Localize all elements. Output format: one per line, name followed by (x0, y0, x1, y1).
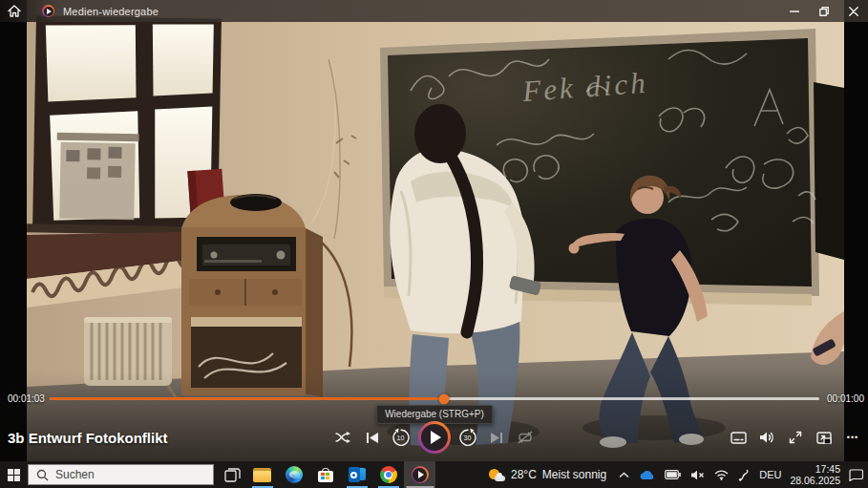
elapsed-time: 00:01:03 (8, 393, 45, 404)
volume-muted-button[interactable] (689, 461, 706, 488)
seekbar[interactable] (50, 397, 819, 400)
shuffle-button[interactable] (332, 424, 355, 451)
notification-icon (849, 469, 863, 481)
seekbar-fill (50, 397, 444, 400)
transport-controls: 10 30 (332, 420, 537, 455)
onedrive-button[interactable] (638, 461, 656, 488)
volume-button[interactable] (755, 424, 778, 451)
taskbar-app-outlook[interactable] (341, 461, 372, 488)
weather-condition: Meist sonnig (542, 468, 606, 481)
play-icon (431, 431, 441, 444)
control-bar: 3b Entwurf Fotokonflikt 10 30 (0, 420, 868, 455)
taskbar-app-file-explorer[interactable] (246, 461, 278, 488)
skip-back-label: 10 (390, 435, 413, 441)
search-icon (36, 469, 49, 481)
minimize-button[interactable] (779, 0, 809, 22)
remaining-time: 00:01:00 (827, 393, 864, 404)
secondary-controls: ••• (727, 420, 864, 455)
mini-player-button[interactable] (813, 424, 836, 451)
previous-button[interactable] (361, 424, 384, 451)
clock-time: 17:45 (790, 463, 840, 475)
wifi-icon (714, 470, 729, 480)
taskbar-app-chrome[interactable] (372, 461, 404, 488)
next-button[interactable] (485, 424, 508, 451)
windows-logo-icon (8, 469, 20, 481)
titlebar: Medien-wiedergabe (0, 0, 868, 22)
language-indicator[interactable]: DEU (758, 461, 782, 488)
file-explorer-icon (253, 468, 271, 482)
edge-icon (286, 466, 303, 483)
skip-back-10-button[interactable]: 10 (390, 424, 413, 451)
window-title: Medien-wiedergabe (63, 6, 159, 17)
language-code: DEU (759, 469, 781, 480)
close-button[interactable] (838, 0, 868, 22)
audio-jack-button[interactable] (737, 461, 751, 488)
skip-forward-30-button[interactable]: 30 (456, 424, 479, 451)
taskbar-search[interactable] (28, 464, 214, 485)
weather-widget[interactable]: 28°C Meist sonnig (489, 468, 606, 482)
chrome-icon (380, 466, 397, 483)
wifi-button[interactable] (713, 461, 730, 488)
notification-center-button[interactable] (848, 461, 864, 488)
media-player-logo-icon (42, 5, 54, 17)
outlook-icon (349, 467, 366, 482)
taskbar-app-media-player[interactable] (404, 461, 435, 488)
battery-button[interactable] (664, 461, 682, 488)
system-tray: 28°C Meist sonnig (489, 461, 864, 488)
task-view-button[interactable] (218, 461, 246, 488)
fullscreen-button[interactable] (784, 424, 807, 451)
desktop-screen: Fek dich (0, 0, 868, 488)
cd-player (230, 194, 282, 211)
taskbar-app-store[interactable] (309, 461, 341, 488)
seek-row: 00:01:03 00:01:00 (0, 391, 868, 406)
play-button[interactable] (418, 421, 451, 454)
radiator (84, 317, 176, 397)
seekbar-thumb[interactable] (438, 393, 449, 404)
volume-muted-icon (690, 470, 705, 480)
weather-temperature: 28°C (511, 468, 537, 481)
media-title: 3b Entwurf Fotokonflikt (8, 420, 167, 455)
search-input[interactable] (55, 468, 189, 481)
taskbar-clock[interactable]: 17:45 28.06.2025 (790, 463, 840, 486)
onedrive-cloud-icon (639, 470, 655, 480)
start-button[interactable] (0, 461, 27, 488)
audio-jack-icon (738, 469, 750, 481)
repeat-off-button[interactable] (514, 424, 537, 451)
hidden-icons-button[interactable] (618, 461, 630, 488)
subtitles-button[interactable] (727, 424, 750, 451)
microsoft-store-icon (318, 468, 333, 482)
weather-sun-cloud-icon (489, 468, 505, 482)
more-options-button[interactable]: ••• (841, 424, 864, 451)
taskbar-app-edge[interactable] (278, 461, 309, 488)
maximize-button[interactable] (809, 0, 838, 22)
more-options-label: ••• (847, 433, 858, 442)
home-button[interactable] (0, 0, 29, 22)
battery-icon (665, 470, 681, 479)
chevron-up-icon (619, 472, 629, 478)
window-controls (779, 0, 868, 22)
clock-date: 28.06.2025 (790, 475, 840, 486)
skip-forward-label: 30 (456, 435, 479, 441)
task-view-icon (224, 468, 241, 482)
media-player-window: Fek dich (0, 0, 868, 461)
media-player-icon (412, 466, 429, 483)
